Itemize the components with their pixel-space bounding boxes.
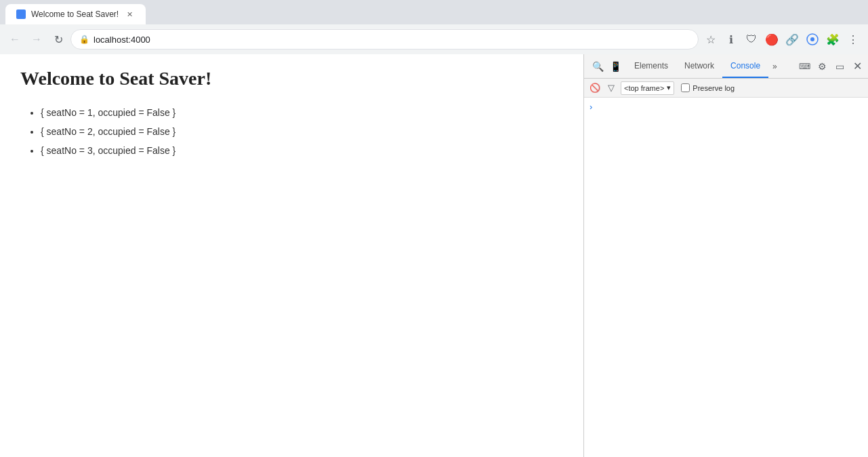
- page-heading: Welcome to Seat Saver!: [20, 68, 563, 90]
- active-tab[interactable]: Welcome to Seat Saver! ✕: [5, 4, 146, 24]
- url-input[interactable]: [94, 35, 690, 45]
- extension1-icon[interactable]: 🔴: [762, 30, 781, 49]
- extension2-icon[interactable]: 🔗: [783, 30, 802, 49]
- devtools-search-icon[interactable]: 🔍: [590, 58, 606, 75]
- back-button[interactable]: ←: [5, 30, 24, 49]
- toolbar-icons: ☆ ℹ 🛡 🔴 🔗 🧩 ⋮: [701, 30, 863, 49]
- console-clear-icon[interactable]: 🚫: [588, 81, 602, 95]
- tab-elements[interactable]: Elements: [626, 54, 676, 78]
- bookmark-icon[interactable]: ☆: [701, 30, 720, 49]
- tab-close-button[interactable]: ✕: [124, 9, 135, 20]
- devtools-terminal-icon[interactable]: ⌨: [796, 58, 812, 75]
- svg-point-1: [810, 37, 814, 41]
- reload-button[interactable]: ↻: [49, 30, 68, 49]
- console-toolbar: 🚫 ▽ <top frame> ▾ Preserve log: [584, 79, 868, 98]
- chrome-icon[interactable]: [803, 30, 822, 49]
- extensions-icon[interactable]: 🧩: [823, 30, 842, 49]
- devtools-panel: 🔍 📱 Elements Network Console » ⌨ ⚙: [583, 54, 868, 457]
- forward-button[interactable]: →: [27, 30, 46, 49]
- tab-favicon: [16, 9, 26, 19]
- main-area: Welcome to Seat Saver! { seatNo = 1, occ…: [0, 54, 868, 457]
- devtools-more-tabs[interactable]: »: [768, 54, 781, 78]
- list-item: { seatNo = 2, occupied = False }: [41, 122, 563, 141]
- devtools-right-icons: ⌨ ⚙ ▭ ✕: [796, 54, 865, 78]
- preserve-log-option: Preserve log: [681, 83, 735, 92]
- console-prompt-arrow: ›: [590, 102, 592, 112]
- preserve-log-label: Preserve log: [693, 84, 735, 92]
- frame-dropdown-icon: ▾: [667, 83, 671, 92]
- list-item: { seatNo = 3, occupied = False }: [41, 141, 563, 160]
- devtools-device-icon[interactable]: ▭: [831, 58, 848, 75]
- tab-bar: Welcome to Seat Saver! ✕: [0, 0, 868, 24]
- devtools-close-button[interactable]: ✕: [849, 58, 865, 75]
- tab-title: Welcome to Seat Saver!: [31, 9, 119, 19]
- address-bar-row: ← → ↻ 🔒 ☆ ℹ 🛡 🔴 🔗 🧩 ⋮: [0, 24, 868, 54]
- devtools-gear-icon[interactable]: ⚙: [814, 58, 830, 75]
- lock-icon: 🔒: [79, 35, 89, 44]
- devtools-mobile-icon[interactable]: 📱: [607, 58, 623, 75]
- menu-icon[interactable]: ⋮: [844, 30, 863, 49]
- info-icon[interactable]: ℹ: [722, 30, 741, 49]
- tab-console[interactable]: Console: [722, 54, 768, 78]
- shield-icon[interactable]: 🛡: [742, 30, 761, 49]
- devtools-tabs: 🔍 📱 Elements Network Console » ⌨ ⚙: [584, 54, 868, 79]
- devtools-left-icons: 🔍 📱: [587, 54, 626, 78]
- list-item: { seatNo = 1, occupied = False }: [41, 103, 563, 122]
- tab-network[interactable]: Network: [676, 54, 722, 78]
- seat-list: { seatNo = 1, occupied = False } { seatN…: [20, 103, 563, 160]
- webpage: Welcome to Seat Saver! { seatNo = 1, occ…: [0, 54, 583, 457]
- frame-label: <top frame>: [624, 84, 664, 92]
- browser-window: Welcome to Seat Saver! ✕ ← → ↻ 🔒 ☆ ℹ 🛡 🔴…: [0, 0, 868, 457]
- console-prompt-line: ›: [584, 100, 868, 113]
- preserve-log-checkbox[interactable]: [681, 83, 690, 92]
- console-output: ›: [584, 98, 868, 457]
- console-filter-icon[interactable]: ▽: [604, 81, 618, 95]
- frame-selector[interactable]: <top frame> ▾: [621, 81, 674, 95]
- address-bar[interactable]: 🔒: [70, 29, 699, 49]
